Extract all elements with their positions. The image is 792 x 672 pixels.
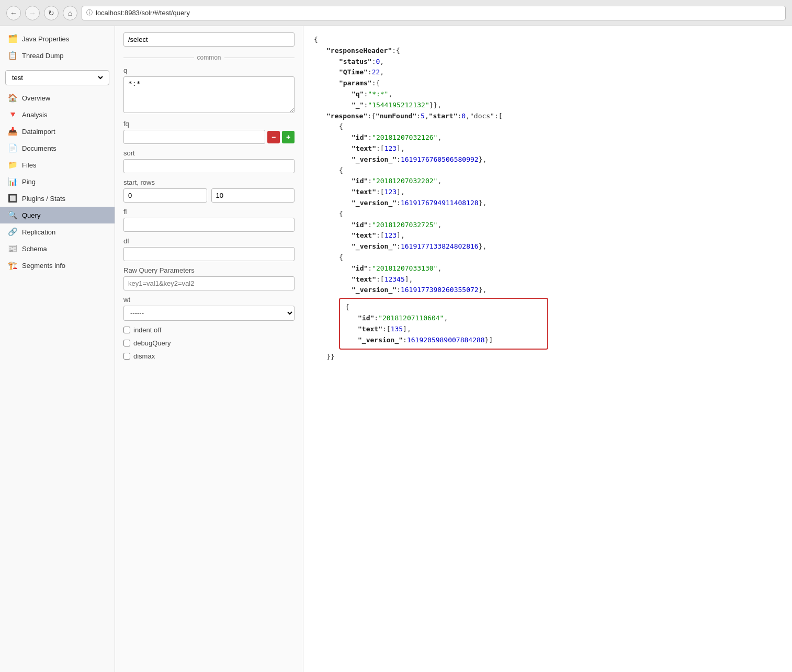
fl-label: fl: [123, 208, 295, 216]
sidebar-item-label: Ping: [22, 178, 36, 186]
files-icon: 📁: [7, 160, 18, 170]
dataimport-icon: 📥: [7, 127, 18, 136]
sidebar-item-java-properties[interactable]: 🗂️ Java Properties: [0, 30, 115, 47]
highlighted-doc: { "id":"20181207110604", "text":[135], "…: [339, 298, 548, 350]
browser-bar: ← → ↻ ⌂ ⓘ localhost:8983/solr/#/test/que…: [0, 0, 792, 26]
sidebar-item-label: Query: [22, 211, 40, 219]
sidebar-item-thread-dump[interactable]: 📋 Thread Dump: [0, 47, 115, 64]
analysis-icon: 🔻: [7, 110, 18, 119]
collection-nav: 🏠 Overview 🔻 Analysis 📥 Dataimport 📄 Doc…: [0, 89, 115, 274]
sidebar-item-label: Plugins / Stats: [22, 195, 65, 203]
query-panel: common q *:* fq − + sort start, rows fl …: [115, 26, 303, 672]
response-key: "response": [326, 112, 367, 120]
raw-query-input[interactable]: [123, 276, 295, 290]
sidebar-item-documents[interactable]: 📄 Documents: [0, 140, 115, 156]
indent-label: indent off: [133, 326, 161, 334]
sidebar-item-analysis[interactable]: 🔻 Analysis: [0, 106, 115, 123]
sidebar-item-label: Java Properties: [22, 35, 69, 43]
sidebar-item-dataimport[interactable]: 📥 Dataimport: [0, 123, 115, 140]
sidebar-item-label: Thread Dump: [22, 52, 63, 60]
indent-checkbox[interactable]: [123, 327, 130, 333]
sidebar-item-label: Segments info: [22, 262, 65, 270]
replication-icon: 🔗: [7, 227, 18, 237]
fq-input[interactable]: [123, 130, 265, 144]
rows-input[interactable]: [211, 188, 295, 203]
q-param-key: "q": [352, 90, 364, 98]
thread-dump-icon: 📋: [7, 51, 18, 60]
debug-label: debugQuery: [133, 339, 171, 347]
sidebar-item-ping[interactable]: 📊 Ping: [0, 173, 115, 190]
fq-minus-button[interactable]: −: [267, 131, 280, 143]
segments-icon: 🏗️: [7, 261, 18, 270]
query-icon: 🔍: [7, 210, 18, 220]
refresh-button[interactable]: ↻: [44, 6, 59, 20]
df-label: df: [123, 237, 295, 245]
sort-input[interactable]: [123, 159, 295, 173]
indent-row: indent off: [123, 326, 295, 334]
start-rows-label: start, rows: [123, 178, 295, 186]
q-label: q: [123, 66, 295, 74]
collection-selector[interactable]: test: [5, 70, 109, 85]
sidebar-item-plugins-stats[interactable]: 🔲 Plugins / Stats: [0, 190, 115, 207]
home-button[interactable]: ⌂: [63, 6, 77, 20]
common-section-label: common: [123, 54, 295, 61]
url-text: localhost:8983/solr/#/test/query: [96, 9, 190, 17]
sidebar-item-label: Analysis: [22, 111, 47, 119]
fq-plus-button[interactable]: +: [282, 131, 295, 143]
sidebar-item-label: Dataimport: [22, 128, 55, 136]
start-input[interactable]: [123, 188, 207, 203]
fl-input[interactable]: [123, 218, 295, 232]
results-opening-brace: {: [314, 36, 318, 43]
response-header-key: "responseHeader": [326, 47, 392, 54]
sidebar-item-overview[interactable]: 🏠 Overview: [0, 89, 115, 106]
sidebar-item-schema[interactable]: 📰 Schema: [0, 240, 115, 257]
ping-icon: 📊: [7, 177, 18, 186]
params-key: "params": [339, 79, 372, 87]
dismax-checkbox[interactable]: [123, 353, 130, 360]
sidebar: 🗂️ Java Properties 📋 Thread Dump test 🏠 …: [0, 26, 115, 672]
handler-input[interactable]: [123, 32, 295, 47]
dismax-row: dismax: [123, 352, 295, 360]
dismax-label: dismax: [133, 352, 155, 360]
forward-button[interactable]: →: [25, 6, 40, 20]
info-icon: ⓘ: [86, 8, 93, 17]
rows-row: [123, 188, 295, 203]
fq-label: fq: [123, 120, 295, 128]
fq-row: − +: [123, 130, 295, 144]
raw-query-label: Raw Query Parameters: [123, 266, 295, 274]
underscore-key: "_": [352, 101, 364, 109]
sidebar-item-label: Files: [22, 161, 36, 169]
overview-icon: 🏠: [7, 93, 18, 103]
q-input[interactable]: *:*: [123, 76, 295, 113]
sort-label: sort: [123, 149, 295, 157]
results-panel: { "responseHeader":{ "status":0, "QTime"…: [303, 26, 792, 672]
back-button[interactable]: ←: [6, 6, 21, 20]
sidebar-item-label: Schema: [22, 245, 47, 253]
qtime-key: "QTime": [339, 68, 368, 76]
sidebar-item-label: Documents: [22, 144, 56, 152]
schema-icon: 📰: [7, 244, 18, 253]
documents-icon: 📄: [7, 143, 18, 153]
debug-row: debugQuery: [123, 339, 295, 347]
status-key: "status": [339, 58, 372, 65]
sidebar-item-label: Overview: [22, 94, 50, 102]
df-input[interactable]: [123, 247, 295, 261]
sidebar-item-segments-info[interactable]: 🏗️ Segments info: [0, 257, 115, 274]
sidebar-item-replication[interactable]: 🔗 Replication: [0, 223, 115, 240]
wt-select[interactable]: ------: [123, 306, 295, 321]
content-area: common q *:* fq − + sort start, rows fl …: [115, 26, 792, 672]
sidebar-item-label: Replication: [22, 228, 55, 236]
sidebar-item-files[interactable]: 📁 Files: [0, 156, 115, 173]
plugins-icon: 🔲: [7, 194, 18, 203]
collection-select[interactable]: test: [10, 73, 105, 82]
java-properties-icon: 🗂️: [7, 34, 18, 43]
address-bar[interactable]: ⓘ localhost:8983/solr/#/test/query: [82, 6, 786, 20]
debug-checkbox[interactable]: [123, 340, 130, 346]
sidebar-item-query[interactable]: 🔍 Query: [0, 207, 115, 223]
wt-label: wt: [123, 296, 295, 304]
